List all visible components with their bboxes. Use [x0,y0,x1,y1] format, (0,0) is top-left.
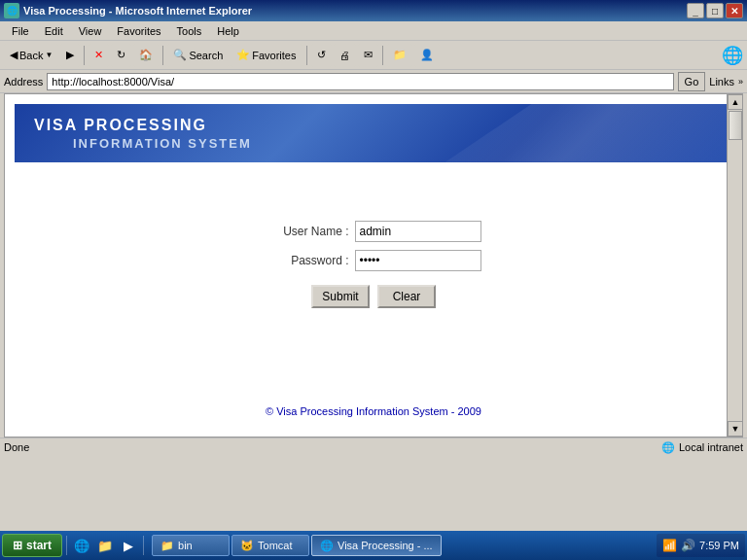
menu-bar: File Edit View Favorites Tools Help [0,21,747,41]
back-arrow-icon: ◀ [10,49,18,61]
quick-ie-button[interactable]: 🌐 [71,535,92,556]
back-button[interactable]: ◀ Back ▼ [4,44,58,67]
button-row: Submit Clear [311,285,436,308]
toolbar-separator-4 [382,46,383,65]
stop-icon: ✕ [94,49,103,61]
tray-sound-icon[interactable]: 🔊 [681,539,695,552]
links-label[interactable]: Links [709,76,734,88]
forward-button[interactable]: ▶ [60,44,80,67]
messenger-icon: 👤 [420,49,434,61]
search-button[interactable]: 🔍 Search [167,44,229,67]
title-bar: 🌐 Visa Processing - Microsoft Internet E… [0,0,747,21]
refresh2-icon: ↺ [317,49,326,61]
refresh-button[interactable]: ↻ [111,44,131,67]
scroll-down-arrow[interactable]: ▼ [728,421,742,437]
tray-clock: 7:59 PM [699,540,739,551]
close-button[interactable]: ✕ [726,3,743,18]
home-button[interactable]: 🏠 [133,44,159,67]
windows-logo-icon: ⊞ [13,539,22,552]
scroll-track[interactable] [728,110,742,421]
login-area: User Name : Password : Submit Clear [5,162,742,308]
taskbar-items: 📁 bin 🐱 Tomcat 🌐 Visa Processing - ... [152,535,655,556]
taskbar-separator-2 [143,536,144,555]
username-input[interactable] [355,221,481,242]
print-button[interactable]: 🖨 [334,44,356,67]
menu-help[interactable]: Help [209,23,247,39]
submit-button[interactable]: Submit [311,285,370,308]
folder-icon: 📁 [393,49,407,61]
menu-view[interactable]: View [71,23,110,39]
zone-text: Local intranet [679,441,743,453]
menu-favorites[interactable]: Favorites [109,23,168,39]
favorites-button[interactable]: ⭐ Favorites [231,44,302,67]
back-dropdown-icon: ▼ [45,51,53,59]
taskbar-bin-label: bin [178,540,193,551]
tomcat-icon: 🐱 [240,540,254,552]
page-title-line1: Visa Processing [34,116,713,136]
taskbar-visa-label: Visa Processing - ... [338,540,433,551]
address-bar: Address Go Links » [0,70,747,93]
menu-tools[interactable]: Tools [169,23,210,39]
messenger-button[interactable]: 👤 [414,44,440,67]
forward-arrow-icon: ▶ [66,49,74,61]
start-button[interactable]: ⊞ start [2,534,62,557]
quick-launch: 🌐 📁 ▶ [71,535,139,556]
visa-icon: 🌐 [320,540,334,552]
menu-file[interactable]: File [4,23,37,39]
app-icon: 🌐 [4,3,19,18]
print-icon: 🖨 [339,50,350,61]
address-input[interactable] [47,73,673,90]
quick-folder-button[interactable]: 📁 [94,535,116,556]
folder-button[interactable]: 📁 [387,44,412,67]
page-header-banner: Visa Processing Information System [15,104,732,162]
minimize-button[interactable]: _ [687,3,704,18]
status-text: Done [4,441,29,453]
toolbar: ◀ Back ▼ ▶ ✕ ↻ 🏠 🔍 Search ⭐ Favorites ↺ … [0,41,747,70]
system-tray: 📶 🔊 7:59 PM [657,534,745,557]
zone-icon: 🌐 [661,441,675,454]
page-area: Visa Processing Information System User … [4,93,743,438]
taskbar-item-bin[interactable]: 📁 bin [152,535,230,556]
password-row: Password : [267,250,481,271]
toolbar-separator-2 [162,46,163,65]
links-chevron-icon: » [738,77,743,87]
bin-icon: 📁 [160,540,174,552]
quick-media-button[interactable]: ▶ [118,535,139,556]
taskbar-item-tomcat[interactable]: 🐱 Tomcat [231,535,309,556]
status-bar: Done 🌐 Local intranet [0,438,747,457]
ie-logo: 🌐 [722,45,743,66]
clear-button[interactable]: Clear [377,285,436,308]
taskbar-separator-1 [66,536,67,555]
mail-icon: ✉ [364,49,373,61]
toolbar-separator-3 [306,46,307,65]
vertical-scrollbar[interactable]: ▲ ▼ [727,94,742,437]
stop-button[interactable]: ✕ [89,44,109,67]
taskbar-item-visa[interactable]: 🌐 Visa Processing - ... [311,535,442,556]
username-label: User Name : [267,225,349,238]
mail-button[interactable]: ✉ [358,44,378,67]
scroll-up-arrow[interactable]: ▲ [728,94,742,110]
username-row: User Name : [267,221,481,242]
menu-edit[interactable]: Edit [37,23,71,39]
page-title-line2: Information System [34,136,713,151]
tray-network-icon[interactable]: 📶 [662,539,677,552]
home-icon: 🏠 [139,49,153,61]
scroll-thumb[interactable] [729,111,742,140]
page-footer: © Visa Processing Information System - 2… [5,386,742,437]
search-icon: 🔍 [173,49,187,61]
go-button[interactable]: Go [678,72,706,91]
refresh2-button[interactable]: ↺ [311,44,332,67]
maximize-button[interactable]: □ [706,3,724,18]
refresh-icon: ↻ [117,49,125,61]
address-label: Address [4,76,43,88]
start-label: start [26,539,52,552]
taskbar: ⊞ start 🌐 📁 ▶ 📁 bin 🐱 Tomcat 🌐 Visa Proc… [0,531,747,560]
taskbar-tomcat-label: Tomcat [258,540,292,551]
password-label: Password : [267,254,349,267]
password-input[interactable] [355,250,481,271]
toolbar-separator-1 [84,46,85,65]
window-title: Visa Processing - Microsoft Internet Exp… [23,5,252,17]
footer-text: © Visa Processing Information System - 2… [266,405,481,417]
star-icon: ⭐ [236,49,250,61]
